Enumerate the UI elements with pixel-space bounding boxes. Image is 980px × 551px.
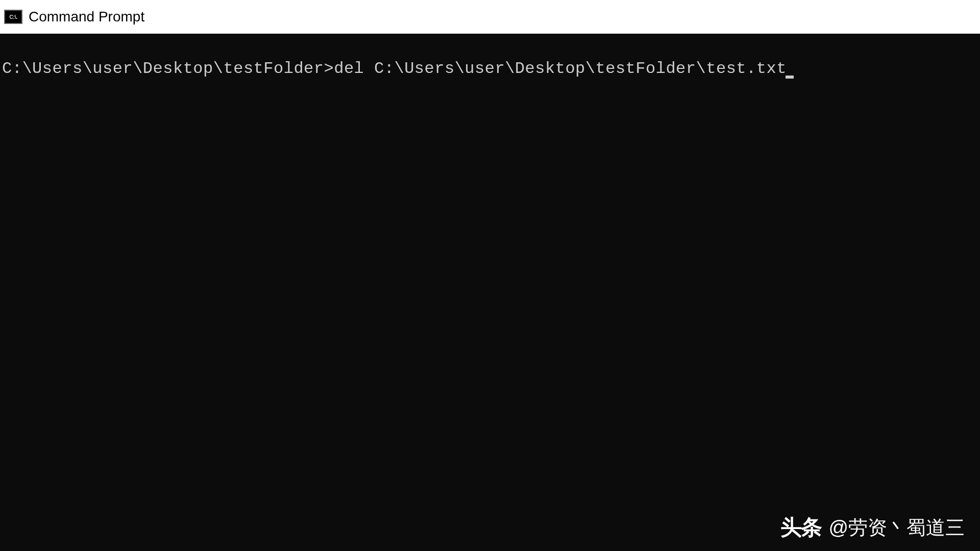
watermark: 头条 @劳资丶蜀道三 [780, 513, 965, 542]
cmd-prompt-icon: C:\. [4, 10, 22, 24]
window-title: Command Prompt [29, 9, 144, 25]
command-input: del C:\Users\user\Desktop\testFolder\tes… [334, 59, 787, 78]
terminal-content-area[interactable]: C:\Users\user\Desktop\testFolder>del C:\… [0, 34, 980, 551]
watermark-logo: 头条 [780, 513, 821, 542]
watermark-author: @劳资丶蜀道三 [828, 515, 965, 541]
terminal-line: C:\Users\user\Desktop\testFolder>del C:\… [2, 58, 980, 80]
window-title-bar[interactable]: C:\. Command Prompt [0, 0, 980, 34]
cmd-icon-label: C:\. [9, 14, 17, 20]
cursor-icon [786, 76, 794, 79]
prompt-path: C:\Users\user\Desktop\testFolder> [2, 59, 334, 78]
